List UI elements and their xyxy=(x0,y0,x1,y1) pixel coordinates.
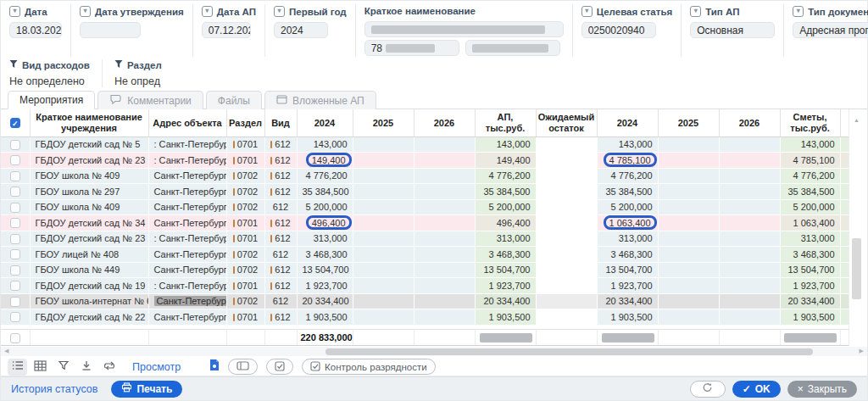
filter-label[interactable]: Раздел xyxy=(114,59,162,70)
table-row[interactable]: ГБДОУ детский сад № 34Санкт-Петербург,07… xyxy=(1,215,849,231)
cell-2024-smeta[interactable]: 13 504,700 xyxy=(597,262,658,278)
cell-expected-balance[interactable] xyxy=(536,247,597,263)
cell-name[interactable]: ГБОУ школа № 449 xyxy=(30,262,148,278)
row-checkbox[interactable] xyxy=(10,265,20,276)
cell-vid[interactable]: 612 xyxy=(264,153,297,169)
column-header[interactable]: АП, тыс.руб. xyxy=(475,109,536,136)
field-input[interactable]: Адресная програм xyxy=(793,22,868,38)
cell-2024-ap[interactable]: 496,400 xyxy=(297,215,353,231)
cell-smeta-total[interactable]: 3 468,300 xyxy=(780,247,840,263)
field-input[interactable] xyxy=(80,22,141,38)
filter-button[interactable] xyxy=(53,359,73,376)
list-view-button[interactable] xyxy=(8,359,27,376)
cell-expected-balance[interactable] xyxy=(536,262,597,278)
cell-2026-ap[interactable] xyxy=(414,309,475,326)
column-header[interactable]: Сметы, тыс.руб. xyxy=(780,109,840,136)
cell-razdel[interactable]: 0702 xyxy=(226,168,264,184)
cell-razdel[interactable]: 0701 xyxy=(226,278,264,294)
cell-smeta-total[interactable]: 143,000 xyxy=(780,136,840,153)
table-row[interactable]: ГБОУ лицей № 408Санкт-Петербург,07026123… xyxy=(1,247,849,263)
cell-vid[interactable]: 612 xyxy=(264,168,297,184)
column-header[interactable]: 2026 xyxy=(414,109,475,136)
cell-2026-smeta[interactable] xyxy=(719,153,780,169)
column-header[interactable]: Ожидаемый остаток xyxy=(536,109,597,136)
cell-smeta-total[interactable]: 1 063,400 xyxy=(780,215,840,231)
cell-2025-ap[interactable] xyxy=(353,247,414,263)
cell-2024-ap[interactable]: 149,400 xyxy=(297,153,353,169)
cell-2024-smeta[interactable]: 35 384,500 xyxy=(597,184,658,200)
table-row[interactable]: ГБОУ школа № 409Санкт-Петербург,07026125… xyxy=(1,199,849,215)
row-checkbox[interactable] xyxy=(10,218,20,228)
cell-2025-smeta[interactable] xyxy=(658,247,719,263)
cell-vid[interactable]: 612 xyxy=(264,262,297,278)
cell-2026-ap[interactable] xyxy=(414,278,475,294)
cell-2026-ap[interactable] xyxy=(414,262,475,278)
cell-2024-smeta[interactable]: 4 785,100 xyxy=(597,153,658,169)
cell-2024-ap[interactable]: 143,000 xyxy=(297,136,353,153)
row-checkbox[interactable] xyxy=(10,281,20,291)
cell-vid[interactable]: 612 xyxy=(264,293,297,309)
cell-2025-smeta[interactable] xyxy=(658,215,719,231)
cell-expected-balance[interactable] xyxy=(536,309,597,326)
cell-2025-ap[interactable] xyxy=(353,184,414,200)
cell-smeta-total[interactable]: 35 384,500 xyxy=(780,184,840,200)
table-row[interactable]: ГБДОУ детский сад № 23: Санкт-Петербург,… xyxy=(1,153,849,169)
cell-2026-ap[interactable] xyxy=(414,136,475,153)
cell-2024-smeta[interactable]: 1 903,500 xyxy=(597,309,658,326)
cell-2026-ap[interactable] xyxy=(414,184,475,200)
calendar-dropdown-icon[interactable] xyxy=(274,6,285,17)
table-row[interactable]: ГБДОУ детский сад № 5: Санкт-Петербург,0… xyxy=(1,136,849,153)
cell-ap-total[interactable]: 143,000 xyxy=(475,136,536,153)
grid-view-button[interactable] xyxy=(31,359,50,376)
cell-ap-total[interactable]: 313,000 xyxy=(475,231,536,247)
print-button[interactable]: Печать xyxy=(111,381,182,398)
row-checkbox[interactable] xyxy=(10,203,20,213)
table-row[interactable]: ГБДОУ детский сад № 23: Санкт-Петербург,… xyxy=(1,231,849,247)
cell-2025-ap[interactable] xyxy=(353,293,414,309)
cell-2025-smeta[interactable] xyxy=(658,184,719,200)
cell-ap-total[interactable]: 4 776,200 xyxy=(475,168,536,184)
cell-2025-ap[interactable] xyxy=(353,309,414,326)
cell-2025-ap[interactable] xyxy=(353,153,414,169)
cell-2024-smeta[interactable]: 1 923,700 xyxy=(597,278,658,294)
cell-name[interactable]: ГБДОУ детский сад № 23 xyxy=(30,231,148,247)
cell-name[interactable]: ГБОУ школа № 297 xyxy=(30,184,148,200)
cell-expected-balance[interactable] xyxy=(536,278,597,294)
cell-2026-smeta[interactable] xyxy=(719,262,780,278)
column-header[interactable]: 2026 xyxy=(719,109,780,136)
scroll-right-icon[interactable]: ▶ xyxy=(860,348,864,354)
table-row[interactable]: ГБДОУ детский сад № 19: Санкт-Петербург,… xyxy=(1,278,849,294)
column-header[interactable]: 2025 xyxy=(658,109,719,136)
cell-2024-smeta[interactable]: 143,000 xyxy=(597,136,658,153)
cell-2026-smeta[interactable] xyxy=(719,199,780,215)
cell-2025-ap[interactable] xyxy=(353,168,414,184)
cell-address[interactable]: Санкт-Петербург, xyxy=(148,168,226,184)
cell-2026-smeta[interactable] xyxy=(719,293,780,309)
layout-toggle-pill[interactable] xyxy=(228,359,258,375)
tab-vlozhennye-ap[interactable]: Вложенные АП xyxy=(264,91,376,109)
vscroll-thumb[interactable] xyxy=(852,238,861,299)
cell-ap-total[interactable]: 13 504,700 xyxy=(475,262,536,278)
cell-expected-balance[interactable] xyxy=(536,199,597,215)
digit-control-pill[interactable]: Контроль разрядности xyxy=(302,359,435,375)
cell-2026-ap[interactable] xyxy=(414,199,475,215)
cell-expected-balance[interactable] xyxy=(536,293,597,309)
cell-razdel[interactable]: 0701 xyxy=(226,215,264,231)
column-header[interactable]: 2025 xyxy=(353,109,414,136)
cell-2024-smeta[interactable]: 4 776,200 xyxy=(597,168,658,184)
cell-2026-smeta[interactable] xyxy=(719,309,780,326)
cell-2026-ap[interactable] xyxy=(414,215,475,231)
table-row[interactable]: ГБОУ школа № 449Санкт-Петербург,07026121… xyxy=(1,262,849,278)
cell-vid[interactable]: 612 xyxy=(264,199,297,215)
cell-expected-balance[interactable] xyxy=(536,153,597,169)
cell-address[interactable]: Санкт-Петербург, xyxy=(148,215,226,231)
cell-2024-smeta[interactable]: 5 200,000 xyxy=(597,199,658,215)
cell-2024-ap[interactable]: 5 200,000 xyxy=(297,199,353,215)
column-header[interactable]: Раздел xyxy=(226,109,264,136)
row-checkbox[interactable] xyxy=(10,234,20,244)
cell-razdel[interactable]: 0702 xyxy=(226,199,264,215)
cell-smeta-total[interactable]: 313,000 xyxy=(780,231,840,247)
cell-vid[interactable]: 612 xyxy=(264,231,297,247)
row-checkbox[interactable] xyxy=(10,187,20,197)
cell-name[interactable]: ГБОУ школа № 409 xyxy=(30,168,148,184)
